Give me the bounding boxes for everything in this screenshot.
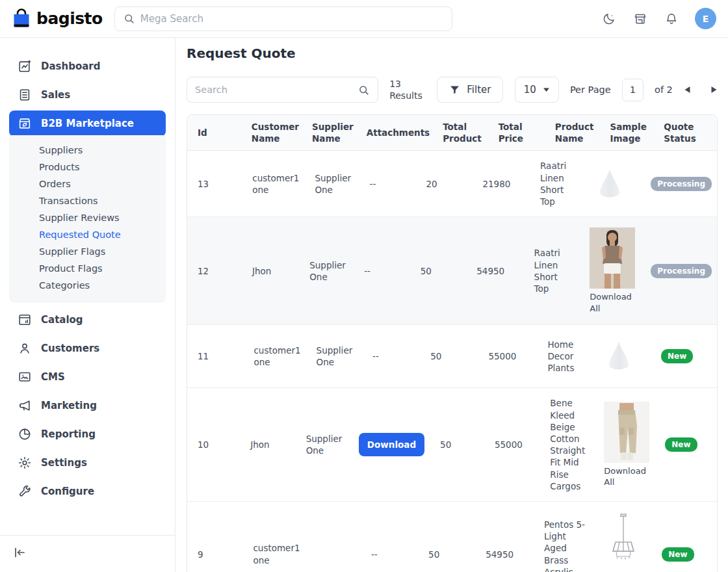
table-row-13: 13customer1 oneSupplier One--2021980Raat… [187,151,717,217]
quote-status-badge: New [662,547,694,562]
sidebar-item-reporting[interactable]: Reporting [9,421,166,447]
pagination [684,86,718,94]
reporting-icon [18,427,32,441]
cell-total-price: 55000 [484,388,540,501]
quote-status-badge: New [665,437,697,452]
sidebar-item-label: Reporting [41,428,96,440]
submenu-item-categories[interactable]: Categories [9,277,166,294]
sidebar-item-customers[interactable]: Customers [9,335,166,361]
column-header-sample-image: Sample Image [599,115,653,150]
column-header-id: Id [187,115,241,150]
attachment-download-button[interactable]: Download [359,433,424,456]
cell-total-product: 50 [418,502,475,572]
cms-icon [18,370,32,384]
submenu-item-requested-quote[interactable]: Requested Quote [9,226,166,243]
sidebar: DashboardSalesB2B MarketplaceSuppliersPr… [0,38,176,572]
storefront-icon[interactable] [632,11,648,27]
cell-sample-image [586,151,640,216]
sidebar-item-cms[interactable]: CMS [9,364,166,390]
submenu-item-suppliers[interactable]: Suppliers [9,142,166,159]
sidebar-item-label: Configure [41,486,94,497]
cell-quote-status: New [651,502,717,572]
submenu-item-supplier-reviews[interactable]: Supplier Reviews [9,209,166,226]
cell-quote-status: New [651,325,717,387]
quote-status-badge: Processing [651,264,712,278]
chevron-down-icon [543,87,550,92]
previous-page-icon[interactable] [684,86,691,94]
datagrid-toolbar: 13 Results Filter 10 Per Page of 2 [187,77,718,103]
sample-placeholder-cone [605,340,632,372]
column-header-customer-name: Customer Name [241,115,302,150]
cell-total-price: 54950 [466,217,523,324]
column-header-product-name: Product Name [545,115,600,150]
cell-customer-name: Jhon [242,217,299,324]
next-page-icon[interactable] [710,86,718,94]
sidebar-nav: DashboardSalesB2B MarketplaceSuppliersPr… [0,46,175,535]
sidebar-item-sales[interactable]: Sales [9,82,166,108]
cell-sample-image: Download All [579,217,640,324]
submenu-item-products[interactable]: Products [9,159,166,176]
sidebar-item-label: CMS [41,371,65,383]
sidebar-item-settings[interactable]: Settings [9,450,166,476]
grid-search [187,77,378,103]
collapse-sidebar-icon[interactable] [12,545,27,560]
notifications-icon[interactable] [664,11,679,27]
submenu-item-supplier-flags[interactable]: Supplier Flags [9,243,166,260]
settings-icon [18,456,32,470]
dark-mode-icon[interactable] [601,11,617,27]
download-all-link[interactable]: Download All [604,465,645,488]
topbar-actions: E [601,8,716,29]
mega-search-input[interactable] [140,13,444,25]
b2b-icon [18,116,32,131]
download-all-link[interactable]: Download All [590,291,631,314]
cell-total-price: 21980 [472,151,530,216]
dashboard-icon [18,59,32,73]
page-number-input[interactable] [622,79,644,101]
sidebar-item-dashboard[interactable]: Dashboard [9,53,166,79]
table-row-9: 9customer1 one--5054950Pentos 5-Light Ag… [187,502,717,572]
sidebar-item-label: Customers [41,343,99,354]
sample-photo-pendant [601,511,646,572]
sidebar-item-label: Catalog [41,314,83,326]
sidebar-item-marketing[interactable]: Marketing [9,393,166,419]
cell-attachments: -- [362,325,420,387]
sample-image-block [605,340,632,372]
configure-icon [18,484,32,499]
search-icon [358,84,370,96]
table-row-10: 10JhonSupplier OneDownload5055000Bene Kl… [187,388,717,502]
per-page-select[interactable]: 10 [515,77,559,103]
submenu-item-transactions[interactable]: Transactions [9,192,166,209]
grid-search-input[interactable] [195,84,358,95]
cell-id: 13 [187,151,242,216]
table-row-11: 11customer1 oneSupplier One--5055000Home… [187,325,717,388]
submenu-item-orders[interactable]: Orders [9,176,166,192]
bagisto-logo[interactable]: bagisto [12,8,103,29]
sample-image-block: Download All [601,511,646,572]
submenu-item-product-flags[interactable]: Product Flags [9,260,166,277]
cell-total-price: 54950 [475,502,534,572]
cell-product-name: Pentos 5-Light Aged Brass Acrylic Pendan… [534,502,590,572]
page-title: Request Quote [187,46,718,61]
search-icon [123,12,135,25]
cell-id: 11 [187,325,243,387]
sidebar-item-b2b-marketplace[interactable]: B2B Marketplace [9,110,166,136]
column-header-quote-status: Quote Status [653,115,717,150]
cell-supplier-name: Supplier One [304,151,359,216]
sidebar-item-catalog[interactable]: Catalog [9,307,166,333]
user-avatar[interactable]: E [695,8,716,29]
table-row-12: 12JhonSupplier One--5054950Raatri Linen … [187,217,717,325]
bag-icon [12,8,31,29]
cell-total-price: 55000 [478,325,537,387]
cell-customer-name: Jhon [240,388,295,501]
cell-product-name: Raatri Linen Short Top [530,151,586,216]
cell-product-name: Home Decor Plants [537,325,594,387]
filter-button[interactable]: Filter [437,77,503,103]
quote-status-badge: Processing [651,177,712,191]
requested-quote-table: IdCustomer NameSupplier NameAttachmentsT… [187,114,718,572]
catalog-icon [18,313,32,327]
cell-attachments: -- [361,502,418,572]
sidebar-item-configure[interactable]: Configure [9,478,166,504]
b2b-submenu: SuppliersProductsOrdersTransactionsSuppl… [9,135,166,303]
column-header-attachments: Attachments [356,115,432,150]
cell-customer-name: customer1 one [243,325,306,387]
